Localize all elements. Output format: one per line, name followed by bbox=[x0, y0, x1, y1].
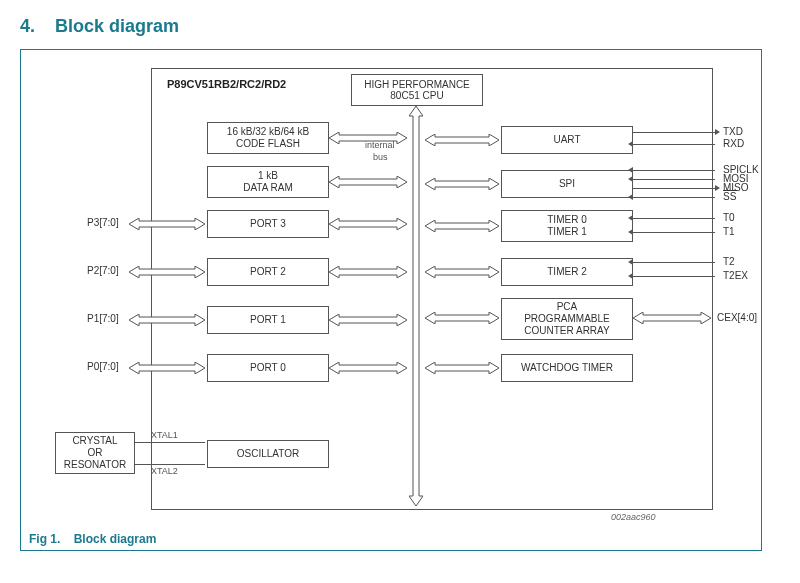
arrow-bus-spi bbox=[425, 178, 499, 190]
arrow-p1-bus bbox=[329, 314, 407, 326]
wdt-block: WATCHDOG TIMER bbox=[501, 354, 633, 382]
ref-label: 002aac960 bbox=[611, 512, 656, 522]
timer2-block: TIMER 2 bbox=[501, 258, 633, 286]
svg-marker-5 bbox=[329, 314, 407, 326]
svg-marker-14 bbox=[129, 266, 205, 278]
bus-label-2: bus bbox=[373, 152, 388, 162]
xtal1-label: XTAL1 bbox=[151, 430, 178, 440]
port2-block: PORT 2 bbox=[207, 258, 329, 286]
rxd-line bbox=[633, 144, 715, 145]
svg-marker-0 bbox=[409, 106, 423, 506]
chip-title: P89CV51RB2/RC2/RD2 bbox=[167, 78, 286, 90]
svg-marker-2 bbox=[329, 176, 407, 188]
section-number: 4. bbox=[20, 16, 35, 36]
xtal2-label: XTAL2 bbox=[151, 466, 178, 476]
internal-bus bbox=[409, 106, 423, 506]
svg-marker-6 bbox=[329, 362, 407, 374]
miso-line bbox=[633, 188, 715, 189]
rxd-label: RXD bbox=[723, 138, 744, 149]
svg-marker-9 bbox=[425, 220, 499, 232]
figure-title: Block diagram bbox=[74, 532, 157, 546]
svg-marker-8 bbox=[425, 178, 499, 190]
pca-block: PCA PROGRAMMABLE COUNTER ARRAY bbox=[501, 298, 633, 340]
t0-line bbox=[633, 218, 715, 219]
osc-block: OSCILLATOR bbox=[207, 440, 329, 468]
svg-marker-13 bbox=[129, 218, 205, 230]
figure-frame: P89CV51RB2/RC2/RD2 HIGH PERFORMANCE 80C5… bbox=[20, 49, 762, 551]
p0-label: P0[7:0] bbox=[87, 361, 119, 372]
t2ex-label: T2EX bbox=[723, 270, 748, 281]
txd-line bbox=[633, 132, 715, 133]
t2ex-line bbox=[633, 276, 715, 277]
timer01-block: TIMER 0 TIMER 1 bbox=[501, 210, 633, 242]
uart-block: UART bbox=[501, 126, 633, 154]
arrow-bus-wdt bbox=[425, 362, 499, 374]
t0-label: T0 bbox=[723, 212, 735, 223]
p1-label: P1[7:0] bbox=[87, 313, 119, 324]
arrow-p2-bus bbox=[329, 266, 407, 278]
arrow-pca-cex bbox=[633, 312, 711, 324]
t2-line bbox=[633, 262, 715, 263]
arrow-p2-ext bbox=[129, 266, 205, 278]
ss-line bbox=[633, 197, 715, 198]
arrow-bus-t2 bbox=[425, 266, 499, 278]
mosi-line bbox=[633, 179, 715, 180]
arrow-bus-t01 bbox=[425, 220, 499, 232]
svg-marker-16 bbox=[129, 362, 205, 374]
figure-caption: Fig 1. Block diagram bbox=[21, 532, 156, 546]
port0-block: PORT 0 bbox=[207, 354, 329, 382]
p3-label: P3[7:0] bbox=[87, 217, 119, 228]
section-name: Block diagram bbox=[55, 16, 179, 36]
arrow-p3-ext bbox=[129, 218, 205, 230]
arrow-flash-bus bbox=[329, 132, 407, 144]
t1-label: T1 bbox=[723, 226, 735, 237]
cpu-block: HIGH PERFORMANCE 80C51 CPU bbox=[351, 74, 483, 106]
t2-label: T2 bbox=[723, 256, 735, 267]
port3-block: PORT 3 bbox=[207, 210, 329, 238]
arrow-ram-bus bbox=[329, 176, 407, 188]
arrow-p1-ext bbox=[129, 314, 205, 326]
svg-marker-12 bbox=[425, 362, 499, 374]
svg-marker-11 bbox=[425, 312, 499, 324]
svg-marker-17 bbox=[633, 312, 711, 324]
p2-label: P2[7:0] bbox=[87, 265, 119, 276]
arrow-bus-pca bbox=[425, 312, 499, 324]
spiclk-line bbox=[633, 170, 715, 171]
flash-block: 16 kB/32 kB/64 kB CODE FLASH bbox=[207, 122, 329, 154]
crystal-block: CRYSTAL OR RESONATOR bbox=[55, 432, 135, 474]
txd-label: TXD bbox=[723, 126, 743, 137]
arrow-p0-bus bbox=[329, 362, 407, 374]
spi-block: SPI bbox=[501, 170, 633, 198]
ss-label: SS bbox=[723, 191, 736, 202]
section-title: 4. Block diagram bbox=[20, 16, 780, 37]
xtal1-line bbox=[135, 442, 205, 443]
cex-label: CEX[4:0] bbox=[717, 312, 757, 323]
svg-marker-15 bbox=[129, 314, 205, 326]
ram-block: 1 kB DATA RAM bbox=[207, 166, 329, 198]
svg-marker-4 bbox=[329, 266, 407, 278]
svg-marker-7 bbox=[425, 134, 499, 146]
port1-block: PORT 1 bbox=[207, 306, 329, 334]
arrow-bus-uart bbox=[425, 134, 499, 146]
t1-line bbox=[633, 232, 715, 233]
svg-marker-10 bbox=[425, 266, 499, 278]
arrow-p3-bus bbox=[329, 218, 407, 230]
svg-marker-1 bbox=[329, 132, 407, 144]
page: 4. Block diagram P89CV51RB2/RC2/RD2 HIGH… bbox=[0, 0, 800, 583]
figure-label: Fig 1. bbox=[29, 532, 60, 546]
arrow-p0-ext bbox=[129, 362, 205, 374]
xtal2-line bbox=[135, 464, 205, 465]
svg-marker-3 bbox=[329, 218, 407, 230]
